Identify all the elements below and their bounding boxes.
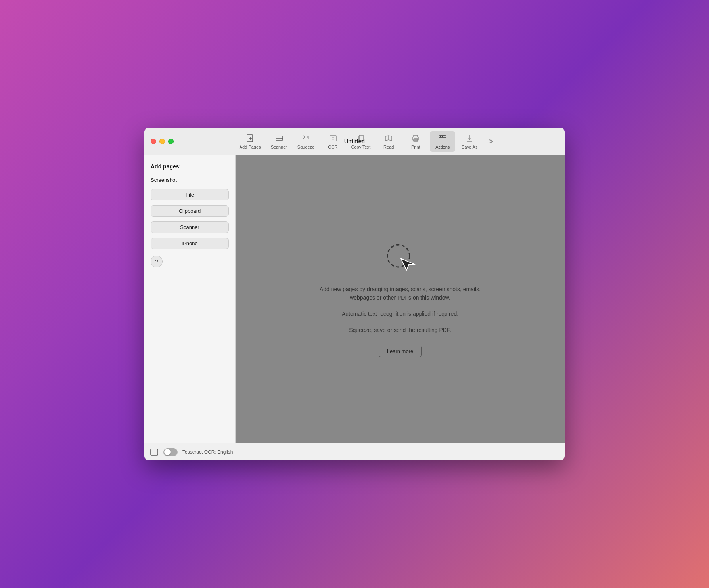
- sidebar-item-iphone[interactable]: iPhone: [151, 238, 229, 249]
- sidebar-item-clipboard[interactable]: Clipboard: [151, 205, 229, 217]
- sidebar: Add pages: Screenshot File Clipboard Sca…: [144, 155, 236, 443]
- save-as-icon: [465, 134, 474, 143]
- toolbar-print-label: Print: [411, 145, 420, 149]
- toolbar-actions-label: Actions: [435, 145, 450, 149]
- sidebar-item-file[interactable]: File: [151, 189, 229, 200]
- toolbar-read[interactable]: Read: [376, 131, 401, 152]
- toolbar-save-as[interactable]: Save As: [457, 131, 482, 152]
- ocr-icon: T: [328, 134, 338, 143]
- actions-icon: [438, 134, 447, 143]
- drop-icon-container: [384, 242, 416, 273]
- toolbar-actions[interactable]: Actions: [430, 131, 455, 152]
- toolbar-overflow[interactable]: [484, 134, 496, 149]
- drop-text3: Squeeze, save or send the resulting PDF.: [349, 326, 451, 334]
- toolbar: Add Pages Scanner: [174, 128, 558, 155]
- window-title: Untitled: [344, 138, 365, 145]
- scanner-icon: [274, 134, 284, 143]
- toolbar-ocr-label: OCR: [328, 145, 337, 149]
- toolbar-print[interactable]: Print: [403, 131, 428, 152]
- content-area: Add pages: Screenshot File Clipboard Sca…: [144, 155, 565, 443]
- toolbar-scanner[interactable]: Scanner: [266, 131, 292, 152]
- svg-point-16: [440, 136, 441, 137]
- minimize-button[interactable]: [159, 139, 165, 144]
- learn-more-button[interactable]: Learn more: [379, 346, 422, 357]
- sidebar-heading: Add pages:: [151, 163, 229, 170]
- toolbar-scanner-label: Scanner: [271, 145, 287, 149]
- print-icon: [411, 134, 420, 143]
- drop-zone: Add new pages by dragging images, scans,…: [236, 155, 565, 443]
- toolbar-read-label: Read: [383, 145, 394, 149]
- toolbar-save-as-label: Save As: [462, 145, 477, 149]
- svg-rect-22: [151, 449, 158, 455]
- chevron-right-icon: [485, 137, 495, 146]
- statusbar: Tesseract OCR: English: [144, 443, 565, 460]
- drop-line2: webpages or other PDFs on this window.: [320, 294, 481, 302]
- ocr-toggle[interactable]: [163, 448, 178, 456]
- traffic-lights: [151, 139, 174, 144]
- drop-text: Add new pages by dragging images, scans,…: [320, 285, 481, 302]
- svg-point-17: [442, 136, 443, 137]
- toolbar-squeeze-label: Squeeze: [297, 145, 314, 149]
- ocr-status-label: Tesseract OCR: English: [182, 449, 233, 455]
- toggle-knob: [164, 449, 171, 455]
- svg-text:T: T: [332, 137, 334, 141]
- toolbar-copy-text-label: Copy Text: [351, 145, 371, 149]
- titlebar: Untitled Add Pages: [144, 128, 565, 155]
- close-button[interactable]: [151, 139, 156, 144]
- squeeze-icon: [301, 134, 311, 143]
- help-button[interactable]: ?: [151, 256, 163, 267]
- cursor-dashed-circle-icon: [384, 242, 416, 273]
- svg-rect-14: [439, 136, 446, 141]
- toolbar-ocr[interactable]: T OCR: [320, 131, 346, 152]
- drop-line4: Squeeze, save or send the resulting PDF.: [349, 326, 451, 334]
- add-pages-icon: [245, 134, 255, 143]
- drop-line1: Add new pages by dragging images, scans,…: [320, 285, 481, 294]
- app-window: Untitled Add Pages: [144, 128, 565, 460]
- toolbar-add-pages-label: Add Pages: [240, 145, 261, 149]
- sidebar-toggle-button[interactable]: [150, 448, 159, 456]
- sidebar-item-screenshot[interactable]: Screenshot: [151, 176, 229, 184]
- toolbar-squeeze[interactable]: Squeeze: [293, 131, 319, 152]
- sidebar-item-scanner[interactable]: Scanner: [151, 221, 229, 233]
- toolbar-add-pages[interactable]: Add Pages: [236, 131, 265, 152]
- drop-line3: Automatic text recognition is applied if…: [342, 310, 458, 318]
- svg-marker-21: [401, 258, 415, 270]
- read-icon: [384, 134, 393, 143]
- maximize-button[interactable]: [168, 139, 174, 144]
- drop-text2: Automatic text recognition is applied if…: [342, 310, 458, 318]
